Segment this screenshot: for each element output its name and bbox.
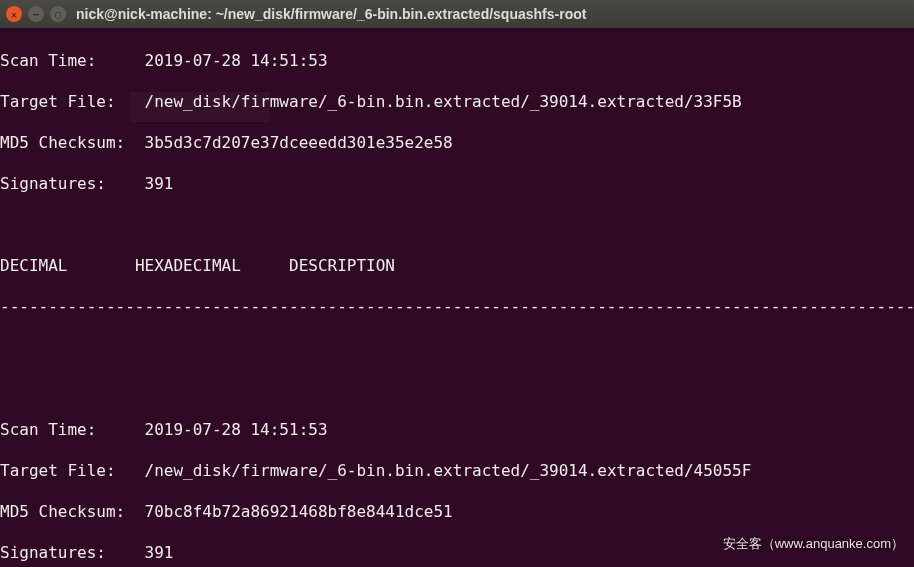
blank <box>0 338 914 359</box>
scan1-header: DECIMAL HEXADECIMAL DESCRIPTION <box>0 256 914 277</box>
blank <box>0 379 914 400</box>
window-titlebar: ✕ – ▢ nick@nick-machine: ~/new_disk/firm… <box>0 0 914 28</box>
scan2-file: Target File: /new_disk/firmware/_6-bin.b… <box>0 461 914 482</box>
terminal-output[interactable]: Scan Time: 2019-07-28 14:51:53 Target Fi… <box>0 28 914 567</box>
window-title: nick@nick-machine: ~/new_disk/firmware/_… <box>76 6 586 22</box>
watermark-text: 安全客（www.anquanke.com） <box>723 535 904 553</box>
close-icon[interactable]: ✕ <box>6 6 22 22</box>
blank <box>0 215 914 236</box>
scan1-sig: Signatures: 391 <box>0 174 914 195</box>
maximize-icon[interactable]: ▢ <box>50 6 66 22</box>
scan2-md5: MD5 Checksum: 70bc8f4b72a86921468bf8e844… <box>0 502 914 523</box>
scan1-md5: MD5 Checksum: 3b5d3c7d207e37dceeedd301e3… <box>0 133 914 154</box>
scan1-time: Scan Time: 2019-07-28 14:51:53 <box>0 51 914 72</box>
scan2-time: Scan Time: 2019-07-28 14:51:53 <box>0 420 914 441</box>
minimize-icon[interactable]: – <box>28 6 44 22</box>
scan1-file: Target File: /new_disk/firmware/_6-bin.b… <box>0 92 914 113</box>
dash-row: ----------------------------------------… <box>0 297 914 318</box>
